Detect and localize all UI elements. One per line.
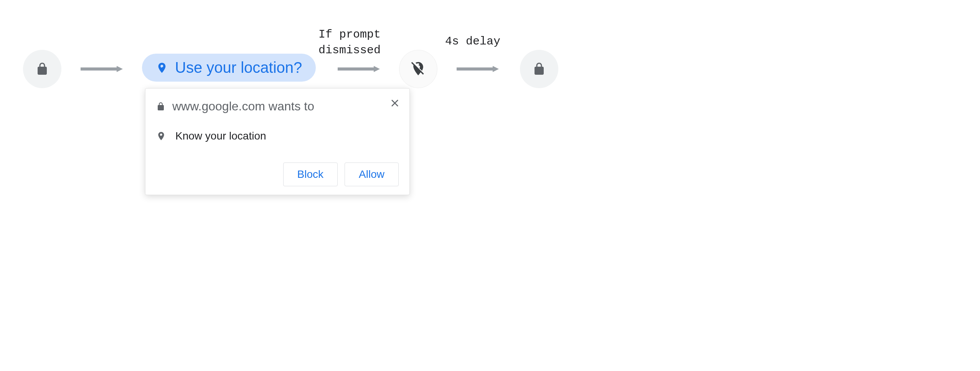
prompt-origin-text: www.google.com wants to (172, 99, 314, 113)
lock-icon (532, 61, 546, 77)
location-pin-icon (156, 60, 168, 76)
arrow-1 (81, 66, 123, 72)
location-off-icon (410, 61, 427, 77)
svg-marker-1 (117, 66, 123, 72)
location-chip[interactable]: Use your location? (142, 54, 316, 82)
prompt-header: www.google.com wants to (156, 99, 399, 113)
caption-dismissed: If prompt dismissed (318, 27, 381, 58)
allow-button[interactable]: Allow (345, 163, 399, 186)
block-button[interactable]: Block (283, 163, 338, 186)
lock-icon (156, 101, 165, 112)
close-button[interactable] (389, 98, 400, 108)
lock-state-final (520, 50, 558, 88)
prompt-permission-row: Know your location (156, 130, 399, 143)
svg-marker-3 (374, 66, 380, 72)
close-icon (390, 98, 399, 108)
location-chip-label: Use your location? (175, 59, 302, 76)
arrow-2 (338, 66, 380, 72)
lock-state-initial (23, 50, 61, 88)
lock-icon (35, 61, 49, 77)
caption-delay: 4s delay (445, 34, 500, 49)
svg-marker-5 (493, 66, 499, 72)
permission-prompt: www.google.com wants to Know your locati… (145, 88, 410, 195)
prompt-permission-text: Know your location (175, 130, 266, 142)
arrow-3 (457, 66, 499, 72)
location-blocked-state (399, 50, 437, 88)
location-pin-icon (156, 130, 166, 143)
